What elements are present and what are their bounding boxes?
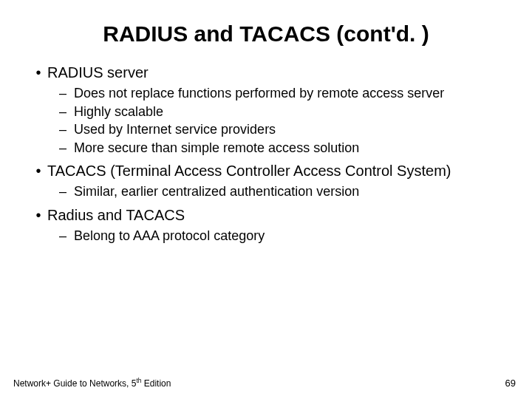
bullet-l2: – Belong to AAA protocol category (59, 228, 502, 245)
bullet-l2: – More secure than simple remote access … (59, 140, 502, 157)
sub-bullet-text: Highly scalable (74, 103, 502, 120)
bullet-l2: – Does not replace functions performed b… (59, 85, 502, 102)
sub-bullet-text: Similar, earlier centralized authenticat… (74, 183, 502, 200)
sub-bullet-group: – Similar, earlier centralized authentic… (59, 183, 502, 200)
page-number: 69 (505, 378, 516, 389)
bullet-text: Radius and TACACS (47, 206, 502, 225)
slide-content: • RADIUS server – Does not replace funct… (30, 64, 502, 244)
bullet-text: RADIUS server (47, 64, 502, 82)
sub-bullet-group: – Belong to AAA protocol category (59, 228, 502, 245)
slide-title: RADIUS and TACACS (cont'd. ) (30, 21, 502, 47)
bullet-l1: • RADIUS server (30, 64, 502, 82)
dash-icon: – (59, 121, 74, 138)
bullet-l1: • TACACS (Terminal Access Controller Acc… (30, 162, 502, 180)
sub-bullet-text: More secure than simple remote access so… (74, 140, 502, 157)
footer-text: Network+ Guide to Networks, 5th Edition (13, 378, 171, 389)
bullet-dot-icon: • (30, 206, 47, 225)
bullet-dot-icon: • (30, 162, 47, 180)
dash-icon: – (59, 183, 74, 200)
bullet-l2: – Similar, earlier centralized authentic… (59, 183, 502, 200)
bullet-text: TACACS (Terminal Access Controller Acces… (47, 162, 502, 180)
dash-icon: – (59, 228, 74, 245)
bullet-l2: – Used by Internet service providers (59, 121, 502, 138)
bullet-dot-icon: • (30, 64, 47, 82)
footer-suffix: Edition (141, 378, 171, 389)
sub-bullet-text: Belong to AAA protocol category (74, 228, 502, 245)
sub-bullet-group: – Does not replace functions performed b… (59, 85, 502, 156)
sub-bullet-text: Does not replace functions performed by … (74, 85, 502, 102)
footer-prefix: Network+ Guide to Networks, 5 (13, 378, 136, 389)
dash-icon: – (59, 85, 74, 102)
bullet-l1: • Radius and TACACS (30, 206, 502, 225)
bullet-l2: – Highly scalable (59, 103, 502, 120)
dash-icon: – (59, 140, 74, 157)
dash-icon: – (59, 103, 74, 120)
sub-bullet-text: Used by Internet service providers (74, 121, 502, 138)
